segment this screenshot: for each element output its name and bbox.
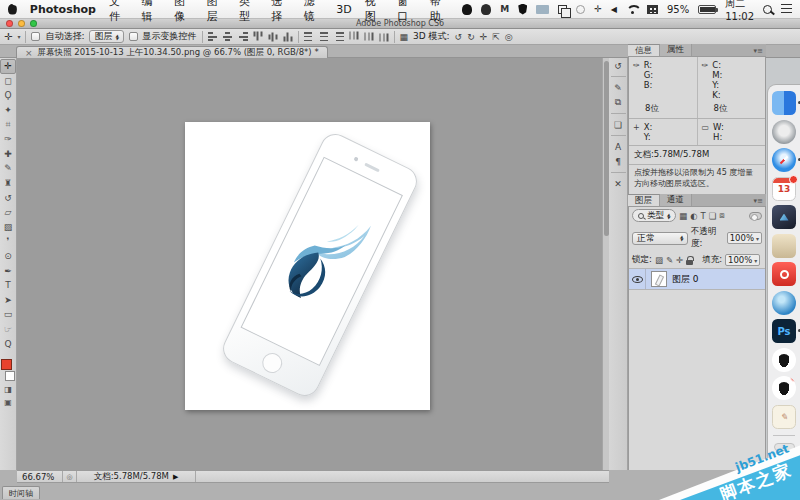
panel-menu-icon[interactable]: ▾≡ xyxy=(754,197,763,205)
fill-value-box[interactable]: 100% ▾ xyxy=(725,254,760,266)
document-size-status[interactable]: 文档:5.78M/5.78M ▶ xyxy=(77,471,195,482)
eye-icon[interactable] xyxy=(632,276,643,283)
tab-properties[interactable]: 属性 xyxy=(660,44,692,56)
distribute-bottom-edges-icon[interactable] xyxy=(334,32,344,41)
auto-align-layers-icon[interactable]: ▦ xyxy=(400,32,409,42)
lock-pixels-icon[interactable]: ✎ xyxy=(666,255,673,265)
path-selection-tool[interactable]: ➤ xyxy=(0,293,16,308)
dodge-tool[interactable]: ⊙ xyxy=(0,249,16,264)
menu-select[interactable]: 选择 xyxy=(271,0,290,24)
opacity-value-box[interactable]: 100% ▾ xyxy=(727,232,762,244)
align-horizontal-centers-icon[interactable] xyxy=(268,32,277,42)
windows-status-icon[interactable] xyxy=(558,5,567,14)
gradient-tool[interactable]: ▨ xyxy=(0,220,16,235)
dock-document-icon[interactable] xyxy=(774,443,795,452)
panel-menu-icon[interactable]: ▾≡ xyxy=(754,47,763,55)
foreground-color-swatch[interactable] xyxy=(1,359,12,370)
tab-channels[interactable]: 通道 xyxy=(660,194,692,206)
dock-safari-icon[interactable] xyxy=(772,148,796,172)
dock-notes-icon[interactable]: ✎ xyxy=(772,405,796,429)
messenger-status-icon[interactable] xyxy=(481,4,491,15)
blur-tool[interactable]: ❜ xyxy=(0,234,16,249)
move-tool[interactable]: ✛ xyxy=(0,59,16,74)
wifi-icon[interactable] xyxy=(626,5,638,14)
menu-type[interactable]: 类型 xyxy=(239,0,258,24)
menu-layer[interactable]: 图层 xyxy=(206,0,225,24)
dock-finder-icon[interactable] xyxy=(772,91,796,115)
clone-source-panel-icon[interactable]: ⧉ xyxy=(609,95,627,110)
3d-rotate-icon[interactable]: ↺ xyxy=(455,32,463,42)
filter-toggle-switch[interactable] xyxy=(749,212,762,220)
apple-menu-icon[interactable] xyxy=(8,4,17,15)
m-status-icon[interactable]: M xyxy=(500,4,509,14)
volume-icon[interactable]: ◀ xyxy=(611,5,617,14)
spot-healing-brush-tool[interactable]: ✚ xyxy=(0,147,16,162)
document-tab[interactable]: × 屏幕快照 2015-10-13 上午10.34.50.png @ 66.7%… xyxy=(16,46,328,58)
3d-roll-icon[interactable]: ↻ xyxy=(467,32,475,42)
filter-pixel-layers-icon[interactable]: ▦ xyxy=(679,211,687,221)
sync-status-icon[interactable] xyxy=(576,5,585,14)
menu-bar-clock[interactable]: 周二11:02 xyxy=(725,0,754,22)
lasso-tool[interactable]: Ϙ xyxy=(0,88,16,103)
filter-adjustment-layers-icon[interactable]: ◐ xyxy=(690,211,697,221)
move-tool-preset-icon[interactable]: ✛ xyxy=(4,31,12,42)
brush-panel-icon[interactable]: ✎ xyxy=(609,80,627,95)
align-right-edges-icon[interactable] xyxy=(238,32,248,41)
menu-window[interactable]: 窗口 xyxy=(397,0,416,24)
quick-selection-tool[interactable]: ✦ xyxy=(0,103,16,118)
clone-stamp-tool[interactable]: ♜ xyxy=(0,176,16,191)
brush-tool[interactable]: ✎ xyxy=(0,161,16,176)
tab-close-icon[interactable]: × xyxy=(25,48,33,58)
dock-photos-icon[interactable] xyxy=(772,205,796,229)
zoom-level-field[interactable]: 66.67% xyxy=(17,471,63,482)
screen-mode-button[interactable]: ▣ xyxy=(0,396,16,409)
history-brush-tool[interactable]: ↺ xyxy=(0,190,16,205)
rectangular-marquee-tool[interactable]: ◻ xyxy=(0,74,16,89)
menu-file[interactable]: 文件 xyxy=(109,0,128,24)
distribute-left-edges-icon[interactable] xyxy=(349,32,358,42)
spotlight-icon[interactable] xyxy=(763,5,772,14)
layer-name[interactable]: 图层 0 xyxy=(672,273,699,286)
filter-type-layers-icon[interactable]: T xyxy=(701,211,706,221)
app-menu-photoshop[interactable]: Photoshop xyxy=(30,3,96,16)
auto-select-checkbox[interactable] xyxy=(31,32,40,41)
eyedropper-tool[interactable]: ✑ xyxy=(0,132,16,147)
layer-filter-dropdown[interactable]: 类型 ▲▼ xyxy=(632,209,676,222)
align-top-edges-icon[interactable] xyxy=(253,32,262,42)
filter-smart-objects-icon[interactable]: ⧈ xyxy=(719,210,724,221)
3d-slide-icon[interactable]: ⇱ xyxy=(492,32,500,42)
layer-comps-panel-icon[interactable]: ❏ xyxy=(609,117,627,132)
background-color-swatch[interactable] xyxy=(5,371,15,381)
menu-image[interactable]: 图像 xyxy=(174,0,193,24)
input-method-icon[interactable] xyxy=(647,5,658,14)
tab-info[interactable]: 信息 xyxy=(628,44,660,56)
dock-photoshop-icon[interactable]: Ps xyxy=(772,319,796,343)
dock-calendar-icon[interactable]: 13 xyxy=(772,177,796,201)
filter-shape-layers-icon[interactable]: ❏ xyxy=(709,211,717,221)
tool-preset-dropdown-icon[interactable]: ▾ xyxy=(17,33,20,40)
lock-transparency-icon[interactable]: ▨ xyxy=(655,255,663,265)
move-status-icon[interactable]: ✛ xyxy=(594,4,602,14)
distribute-horizontal-centers-icon[interactable] xyxy=(364,32,373,42)
layer-thumbnail[interactable] xyxy=(651,271,667,287)
quick-mask-button[interactable]: ◨ xyxy=(0,383,16,396)
document-canvas[interactable] xyxy=(185,122,430,410)
dock-launchpad-icon[interactable] xyxy=(772,120,796,144)
align-vertical-centers-icon[interactable] xyxy=(223,32,233,41)
auto-select-dropdown[interactable]: 图层 ▲▼ xyxy=(89,30,123,43)
notification-center-icon[interactable] xyxy=(781,4,792,14)
tool-presets-panel-icon[interactable]: ✕ xyxy=(609,176,627,191)
menu-view[interactable]: 视图 xyxy=(365,0,384,24)
show-transform-checkbox[interactable] xyxy=(129,32,138,41)
menu-edit[interactable]: 编辑 xyxy=(141,0,160,24)
hand-tool[interactable]: ☞ xyxy=(0,322,16,337)
menu-filter[interactable]: 滤镜 xyxy=(304,0,323,24)
shield-status-icon[interactable] xyxy=(518,4,527,15)
timeline-panel-tab[interactable]: 时间轴 xyxy=(2,486,40,499)
qq-status-icon[interactable] xyxy=(462,4,472,15)
canvas-area[interactable] xyxy=(17,58,602,470)
distribute-top-edges-icon[interactable] xyxy=(304,32,314,41)
distribute-right-edges-icon[interactable] xyxy=(379,32,388,42)
3d-scale-icon[interactable]: ◎ xyxy=(505,32,513,42)
dock-qq-badge-icon[interactable] xyxy=(772,376,796,400)
